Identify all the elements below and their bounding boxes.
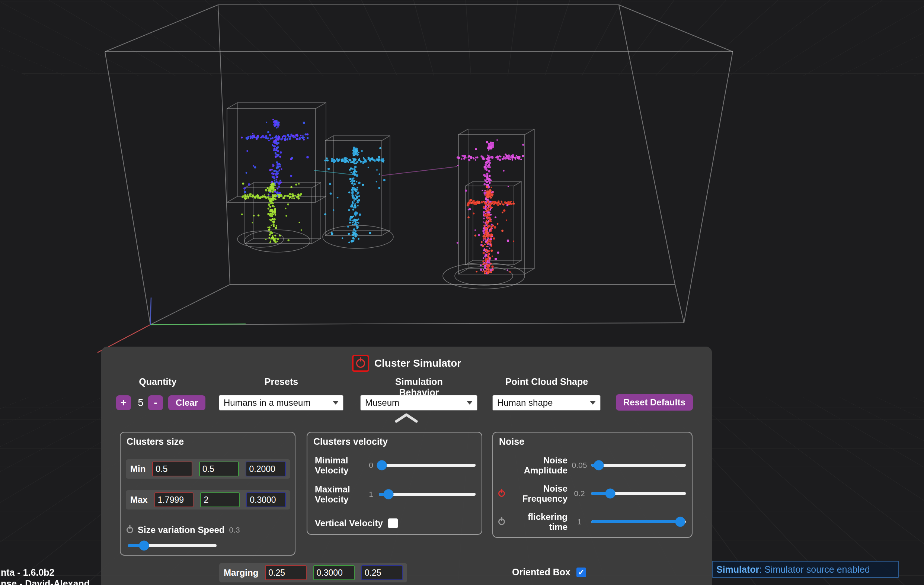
power-icon[interactable]	[127, 527, 133, 533]
size-variation-row: Size variation Speed 0.3	[127, 525, 287, 535]
version-line-2: nse - David-Alexand	[1, 578, 90, 585]
flickering-time-value: 1	[568, 517, 591, 526]
max-velocity-value: 1	[363, 490, 379, 499]
min-velocity-row: Minimal Velocity 0	[315, 455, 475, 476]
max-y-input[interactable]: 2	[200, 493, 240, 507]
power-icon[interactable]	[498, 490, 505, 497]
max-size-row: Max 1.7999 2 0.3000	[126, 490, 290, 509]
noise-frequency-row: Noise Frequency 0.2	[498, 483, 686, 504]
slider-handle[interactable]	[384, 489, 394, 499]
marging-x-input[interactable]: 0.25	[265, 565, 306, 580]
version-overlay: nta - 1.6.0b2 nse - David-Alexand	[1, 567, 90, 585]
version-line-1: nta - 1.6.0b2	[1, 567, 90, 578]
panel-title-row: Cluster Simulator	[101, 355, 712, 372]
max-z-input[interactable]: 0.3000	[246, 493, 286, 507]
shape-label: Point Cloud Shape	[504, 376, 589, 387]
quantity-value: 5	[135, 397, 146, 409]
min-label: Min	[130, 464, 145, 474]
noise-frequency-value: 0.2	[568, 489, 591, 498]
presets-select-value: Humans in a museum	[224, 397, 310, 408]
simulator-power-toggle[interactable]	[352, 355, 369, 372]
status-prefix: Simulator	[716, 564, 759, 575]
oriented-box-row: Oriented Box	[512, 567, 586, 578]
behavior-select[interactable]: Museum	[360, 395, 477, 410]
status-text: : Simulator source enabled	[759, 564, 870, 575]
min-size-row: Min 0.5 0.5 0.2000	[126, 459, 290, 479]
quantity-minus-button[interactable]: -	[148, 395, 163, 410]
flickering-time-label: flickering time	[511, 512, 568, 532]
noise-frequency-label: Noise Frequency	[511, 483, 568, 504]
cluster-simulator-panel: Cluster Simulator Quantity Presets Simul…	[101, 347, 712, 585]
presets-select[interactable]: Humans in a museum	[219, 395, 343, 410]
size-variation-label: Size variation Speed	[138, 525, 224, 535]
status-bar: Simulator: Simulator source enabled	[712, 561, 899, 578]
slider-handle[interactable]	[675, 517, 685, 527]
noise-amplitude-label: Noise Amplitude	[511, 455, 568, 475]
marging-z-input[interactable]: 0.25	[361, 565, 403, 580]
reset-defaults-button[interactable]: Reset Defaults	[616, 394, 693, 410]
quantity-plus-button[interactable]: +	[116, 395, 131, 410]
slider-handle[interactable]	[376, 460, 387, 470]
quantity-label: Quantity	[128, 376, 188, 387]
app-root: Cluster Simulator Quantity Presets Simul…	[0, 0, 924, 585]
slider-handle[interactable]	[605, 489, 615, 499]
clusters-velocity-panel: Clusters velocity Minimal Velocity 0 Max…	[307, 432, 482, 535]
noise-amplitude-slider[interactable]	[591, 464, 686, 467]
noise-frequency-slider[interactable]	[591, 492, 686, 495]
flickering-time-slider[interactable]	[591, 520, 686, 523]
max-x-input[interactable]: 1.7999	[154, 493, 194, 507]
slider-fill	[591, 520, 680, 523]
min-y-input[interactable]: 0.5	[199, 461, 239, 476]
min-velocity-slider[interactable]	[379, 464, 475, 467]
shape-select-value: Human shape	[497, 397, 553, 408]
slider-handle[interactable]	[139, 541, 149, 551]
shape-select[interactable]: Human shape	[492, 395, 601, 410]
vertical-velocity-label: Vertical Velocity	[315, 518, 383, 529]
clear-button[interactable]: Clear	[168, 395, 205, 410]
min-z-input[interactable]: 0.2000	[246, 461, 286, 476]
max-velocity-slider[interactable]	[379, 493, 475, 496]
clusters-size-panel: Clusters size Min 0.5 0.5 0.2000 Max 1.7…	[120, 432, 295, 555]
marging-label: Marging	[224, 567, 258, 578]
chevron-down-icon	[333, 401, 339, 405]
size-variation-slider[interactable]	[128, 544, 216, 547]
flickering-time-row: flickering time 1	[498, 511, 686, 532]
chevron-down-icon	[590, 401, 596, 405]
presets-label: Presets	[252, 376, 311, 387]
oriented-box-label: Oriented Box	[512, 567, 571, 578]
marging-row: Marging 0.25 0.3000 0.25	[219, 563, 407, 582]
max-velocity-row: Maximal Velocity 1	[315, 484, 475, 505]
power-icon	[356, 359, 365, 368]
panel-title: Cluster Simulator	[375, 358, 461, 369]
power-icon[interactable]	[498, 518, 505, 525]
vertical-velocity-checkbox[interactable]	[388, 518, 398, 528]
behavior-select-value: Museum	[365, 397, 399, 408]
noise-title: Noise	[499, 436, 524, 447]
clusters-size-title: Clusters size	[127, 436, 184, 447]
clusters-velocity-title: Clusters velocity	[314, 436, 388, 447]
slider-handle[interactable]	[594, 460, 604, 470]
vertical-velocity-row: Vertical Velocity	[315, 513, 475, 534]
noise-panel: Noise Noise Amplitude 0.05 Noise Frequen…	[492, 432, 693, 538]
collapse-chevron-icon[interactable]	[394, 413, 418, 423]
min-velocity-label: Minimal Velocity	[315, 455, 363, 475]
min-x-input[interactable]: 0.5	[152, 461, 192, 476]
noise-amplitude-value: 0.05	[568, 461, 591, 470]
marging-y-input[interactable]: 0.3000	[314, 565, 355, 580]
max-velocity-label: Maximal Velocity	[315, 484, 363, 504]
max-label: Max	[130, 494, 148, 505]
oriented-box-checkbox[interactable]	[576, 567, 586, 577]
chevron-down-icon	[467, 401, 473, 405]
size-variation-value: 0.3	[229, 526, 240, 534]
noise-amplitude-row: Noise Amplitude 0.05	[498, 455, 686, 476]
